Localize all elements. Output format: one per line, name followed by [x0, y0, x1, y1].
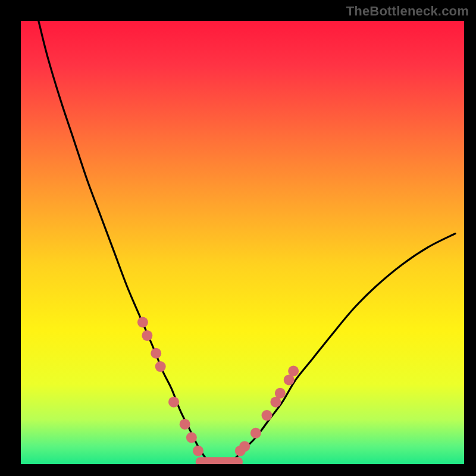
marker-dot — [261, 410, 272, 421]
marker-dot — [151, 348, 161, 359]
marker-dot — [288, 366, 299, 377]
marker-dot — [180, 419, 190, 430]
gradient-background — [21, 21, 464, 464]
marker-dot — [275, 388, 286, 399]
marker-dot — [186, 432, 197, 443]
bottleneck-chart — [0, 0, 476, 476]
marker-dot — [137, 317, 148, 328]
marker-dot — [250, 428, 261, 439]
marker-dot — [155, 361, 166, 372]
marker-dot — [142, 330, 152, 341]
marker-dot — [239, 441, 250, 452]
chart-frame: TheBottleneck.com — [0, 0, 476, 476]
watermark-text: TheBottleneck.com — [346, 4, 469, 19]
marker-dot — [168, 397, 179, 408]
marker-dot — [193, 446, 203, 456]
